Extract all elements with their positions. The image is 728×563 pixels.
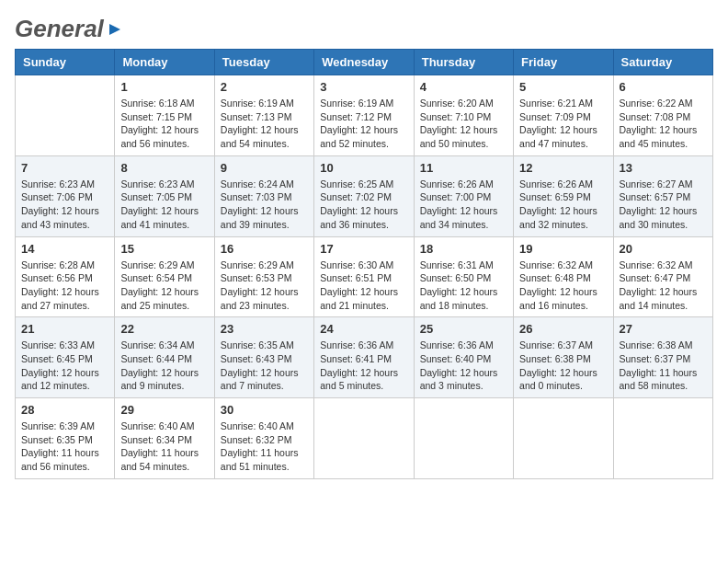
- table-row: 26Sunrise: 6:37 AM Sunset: 6:38 PM Dayli…: [514, 317, 613, 398]
- col-tuesday: Tuesday: [214, 50, 313, 75]
- day-info: Sunrise: 6:36 AM Sunset: 6:40 PM Dayligh…: [420, 339, 507, 393]
- table-row: [414, 398, 513, 479]
- calendar-week-row: 14Sunrise: 6:28 AM Sunset: 6:56 PM Dayli…: [16, 236, 713, 317]
- table-row: 11Sunrise: 6:26 AM Sunset: 7:00 PM Dayli…: [414, 155, 513, 236]
- table-row: 18Sunrise: 6:31 AM Sunset: 6:50 PM Dayli…: [414, 236, 513, 317]
- day-number: 21: [21, 322, 108, 336]
- day-info: Sunrise: 6:33 AM Sunset: 6:45 PM Dayligh…: [21, 339, 108, 393]
- day-number: 14: [21, 242, 108, 256]
- calendar-week-row: 21Sunrise: 6:33 AM Sunset: 6:45 PM Dayli…: [16, 317, 713, 398]
- table-row: [613, 398, 712, 479]
- day-info: Sunrise: 6:22 AM Sunset: 7:08 PM Dayligh…: [620, 97, 707, 151]
- table-row: 29Sunrise: 6:40 AM Sunset: 6:34 PM Dayli…: [115, 398, 214, 479]
- day-number: 17: [320, 242, 407, 256]
- day-info: Sunrise: 6:34 AM Sunset: 6:44 PM Dayligh…: [120, 339, 208, 393]
- day-info: Sunrise: 6:35 AM Sunset: 6:43 PM Dayligh…: [221, 339, 308, 393]
- day-info: Sunrise: 6:29 AM Sunset: 6:54 PM Dayligh…: [120, 259, 208, 313]
- day-number: 24: [320, 322, 407, 336]
- table-row: 9Sunrise: 6:24 AM Sunset: 7:03 PM Daylig…: [214, 155, 313, 236]
- table-row: [314, 398, 414, 479]
- day-info: Sunrise: 6:27 AM Sunset: 6:57 PM Dayligh…: [620, 178, 707, 232]
- table-row: 4Sunrise: 6:20 AM Sunset: 7:10 PM Daylig…: [414, 75, 513, 156]
- table-row: 8Sunrise: 6:23 AM Sunset: 7:05 PM Daylig…: [115, 155, 214, 236]
- table-row: 10Sunrise: 6:25 AM Sunset: 7:02 PM Dayli…: [314, 155, 414, 236]
- day-number: 16: [221, 242, 308, 256]
- col-friday: Friday: [514, 50, 613, 75]
- table-row: 16Sunrise: 6:29 AM Sunset: 6:53 PM Dayli…: [214, 236, 313, 317]
- day-number: 26: [519, 322, 607, 336]
- day-number: 28: [21, 403, 108, 417]
- day-info: Sunrise: 6:23 AM Sunset: 7:06 PM Dayligh…: [21, 178, 108, 232]
- day-info: Sunrise: 6:28 AM Sunset: 6:56 PM Dayligh…: [21, 259, 108, 313]
- table-row: 22Sunrise: 6:34 AM Sunset: 6:44 PM Dayli…: [115, 317, 214, 398]
- calendar-table: Sunday Monday Tuesday Wednesday Thursday…: [15, 49, 713, 479]
- table-row: 30Sunrise: 6:40 AM Sunset: 6:32 PM Dayli…: [214, 398, 313, 479]
- day-number: 13: [620, 161, 707, 175]
- table-row: 2Sunrise: 6:19 AM Sunset: 7:13 PM Daylig…: [214, 75, 313, 156]
- day-number: 22: [120, 322, 208, 336]
- day-info: Sunrise: 6:32 AM Sunset: 6:47 PM Dayligh…: [620, 259, 707, 313]
- day-info: Sunrise: 6:32 AM Sunset: 6:48 PM Dayligh…: [519, 259, 607, 313]
- day-number: 18: [420, 242, 507, 256]
- table-row: 24Sunrise: 6:36 AM Sunset: 6:41 PM Dayli…: [314, 317, 414, 398]
- table-row: 23Sunrise: 6:35 AM Sunset: 6:43 PM Dayli…: [214, 317, 313, 398]
- page-header: General: [15, 15, 713, 40]
- table-row: 15Sunrise: 6:29 AM Sunset: 6:54 PM Dayli…: [115, 236, 214, 317]
- logo-general-text: General: [15, 15, 104, 43]
- day-info: Sunrise: 6:19 AM Sunset: 7:13 PM Dayligh…: [221, 97, 308, 151]
- table-row: 28Sunrise: 6:39 AM Sunset: 6:35 PM Dayli…: [16, 398, 115, 479]
- col-thursday: Thursday: [414, 50, 513, 75]
- table-row: [514, 398, 613, 479]
- day-number: 4: [420, 80, 507, 94]
- calendar-week-row: 1Sunrise: 6:18 AM Sunset: 7:15 PM Daylig…: [16, 75, 713, 156]
- table-row: 12Sunrise: 6:26 AM Sunset: 6:59 PM Dayli…: [514, 155, 613, 236]
- day-info: Sunrise: 6:30 AM Sunset: 6:51 PM Dayligh…: [320, 259, 407, 313]
- table-row: 1Sunrise: 6:18 AM Sunset: 7:15 PM Daylig…: [115, 75, 214, 156]
- day-info: Sunrise: 6:31 AM Sunset: 6:50 PM Dayligh…: [420, 259, 507, 313]
- logo-flag-icon: [106, 22, 122, 39]
- table-row: 7Sunrise: 6:23 AM Sunset: 7:06 PM Daylig…: [16, 155, 115, 236]
- table-row: 3Sunrise: 6:19 AM Sunset: 7:12 PM Daylig…: [314, 75, 414, 156]
- day-info: Sunrise: 6:40 AM Sunset: 6:32 PM Dayligh…: [221, 419, 308, 474]
- day-info: Sunrise: 6:24 AM Sunset: 7:03 PM Dayligh…: [221, 178, 308, 232]
- svg-marker-0: [109, 24, 120, 35]
- calendar-week-row: 7Sunrise: 6:23 AM Sunset: 7:06 PM Daylig…: [16, 155, 713, 236]
- day-number: 10: [320, 161, 407, 175]
- table-row: [16, 75, 115, 156]
- day-number: 23: [221, 322, 308, 336]
- day-info: Sunrise: 6:38 AM Sunset: 6:37 PM Dayligh…: [620, 339, 707, 393]
- table-row: 27Sunrise: 6:38 AM Sunset: 6:37 PM Dayli…: [613, 317, 712, 398]
- day-info: Sunrise: 6:26 AM Sunset: 7:00 PM Dayligh…: [420, 178, 507, 232]
- col-wednesday: Wednesday: [314, 50, 414, 75]
- day-number: 8: [120, 161, 208, 175]
- day-number: 9: [221, 161, 308, 175]
- day-number: 12: [519, 161, 607, 175]
- col-sunday: Sunday: [16, 50, 115, 75]
- day-info: Sunrise: 6:25 AM Sunset: 7:02 PM Dayligh…: [320, 178, 407, 232]
- day-number: 7: [21, 161, 108, 175]
- calendar-header-row: Sunday Monday Tuesday Wednesday Thursday…: [16, 50, 713, 75]
- table-row: 19Sunrise: 6:32 AM Sunset: 6:48 PM Dayli…: [514, 236, 613, 317]
- calendar-week-row: 28Sunrise: 6:39 AM Sunset: 6:35 PM Dayli…: [16, 398, 713, 479]
- day-number: 5: [519, 80, 607, 94]
- day-number: 20: [620, 242, 707, 256]
- day-number: 3: [320, 80, 407, 94]
- day-info: Sunrise: 6:20 AM Sunset: 7:10 PM Dayligh…: [420, 97, 507, 151]
- day-number: 29: [120, 403, 208, 417]
- table-row: 25Sunrise: 6:36 AM Sunset: 6:40 PM Dayli…: [414, 317, 513, 398]
- day-info: Sunrise: 6:19 AM Sunset: 7:12 PM Dayligh…: [320, 97, 407, 151]
- day-info: Sunrise: 6:39 AM Sunset: 6:35 PM Dayligh…: [21, 419, 108, 474]
- table-row: 5Sunrise: 6:21 AM Sunset: 7:09 PM Daylig…: [514, 75, 613, 156]
- day-number: 1: [120, 80, 208, 94]
- day-number: 2: [221, 80, 308, 94]
- table-row: 13Sunrise: 6:27 AM Sunset: 6:57 PM Dayli…: [613, 155, 712, 236]
- table-row: 14Sunrise: 6:28 AM Sunset: 6:56 PM Dayli…: [16, 236, 115, 317]
- col-saturday: Saturday: [613, 50, 712, 75]
- table-row: 20Sunrise: 6:32 AM Sunset: 6:47 PM Dayli…: [613, 236, 712, 317]
- logo: General: [15, 15, 122, 40]
- col-monday: Monday: [115, 50, 214, 75]
- day-number: 25: [420, 322, 507, 336]
- day-info: Sunrise: 6:21 AM Sunset: 7:09 PM Dayligh…: [519, 97, 607, 151]
- day-number: 19: [519, 242, 607, 256]
- day-number: 11: [420, 161, 507, 175]
